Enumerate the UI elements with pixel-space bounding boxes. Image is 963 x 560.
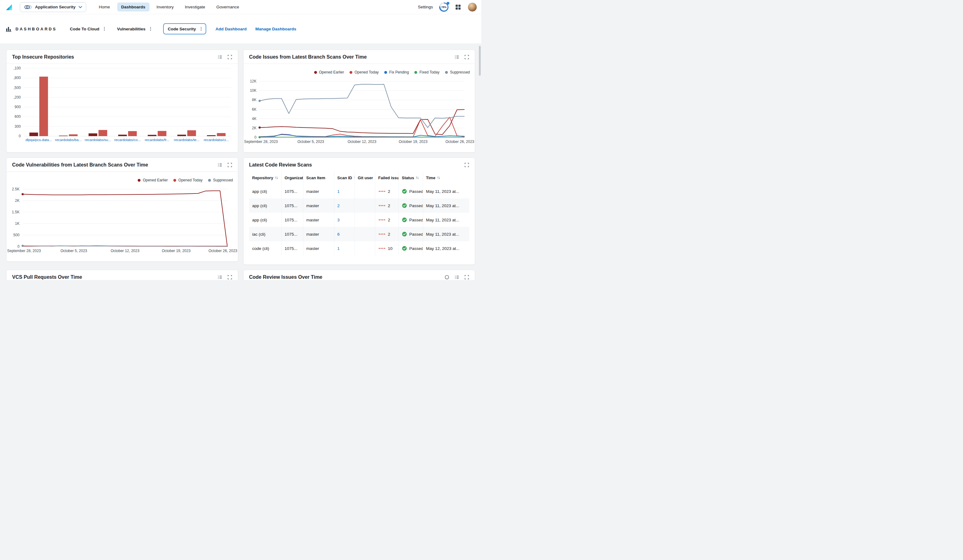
link-add-dashboard[interactable]: Add Dashboard bbox=[216, 27, 247, 31]
kebab-icon[interactable] bbox=[199, 26, 203, 31]
list-icon[interactable] bbox=[454, 55, 459, 60]
bar-recardolabs-te-b[interactable] bbox=[187, 130, 196, 136]
legend-item-opened-today[interactable]: Opened Today bbox=[350, 70, 379, 74]
bar-recardolabs-fr-b[interactable] bbox=[157, 131, 166, 136]
column-label: Git user bbox=[358, 175, 373, 180]
expand-icon[interactable] bbox=[227, 275, 232, 280]
repo-link-recardolabs-co[interactable]: recardolabs/co... bbox=[114, 138, 141, 142]
expand-icon[interactable] bbox=[464, 162, 469, 167]
x-axis-label: September 28, 2023 bbox=[7, 249, 41, 253]
kebab-icon[interactable] bbox=[149, 26, 152, 31]
cell-time: May 11, 2023 at... bbox=[423, 199, 469, 213]
bar-recardolabs-co-a[interactable] bbox=[118, 134, 127, 136]
bar-recardolabs-su-a[interactable] bbox=[89, 133, 97, 136]
legend-item-fixed-today[interactable]: Fixed Today bbox=[414, 70, 439, 74]
expand-icon[interactable] bbox=[464, 275, 469, 280]
expand-icon[interactable] bbox=[227, 162, 232, 167]
card-title: Code Review Issues Over Time bbox=[249, 274, 322, 280]
column-header-scan-item[interactable]: Scan Item bbox=[303, 172, 334, 184]
bar-recardolabs-su-b[interactable] bbox=[99, 130, 107, 136]
column-header-repository[interactable]: Repository bbox=[249, 172, 281, 184]
expand-icon[interactable] bbox=[227, 55, 232, 60]
cell-git-user bbox=[355, 184, 375, 199]
list-icon[interactable] bbox=[454, 275, 459, 280]
settings-link[interactable]: Settings bbox=[418, 5, 433, 9]
nav-item-inventory[interactable]: Inventory bbox=[152, 2, 178, 11]
repo-link-recardolabs-fr[interactable]: recardolabs/fr... bbox=[145, 138, 169, 142]
svg-text:0: 0 bbox=[17, 244, 19, 249]
column-header-organizat[interactable]: Organizat bbox=[281, 172, 303, 184]
bar-recardolabs-ci-a[interactable] bbox=[207, 135, 216, 136]
list-icon[interactable] bbox=[217, 275, 222, 280]
bar-recardolabs-ba-b[interactable] bbox=[69, 134, 78, 136]
cell-repository: code (cli) bbox=[249, 241, 281, 256]
scan-id-link[interactable]: 2 bbox=[337, 204, 340, 208]
legend-dot-icon bbox=[314, 71, 317, 74]
column-header-status[interactable]: Status bbox=[399, 172, 423, 184]
legend-item-opened-earlier[interactable]: Opened Earlier bbox=[138, 178, 168, 182]
cell-repository: app (cli) bbox=[249, 213, 281, 227]
bar-recardolabs-te-a[interactable] bbox=[177, 134, 186, 136]
sort-icon[interactable] bbox=[437, 176, 440, 180]
legend-item-opened-earlier[interactable]: Opened Earlier bbox=[314, 70, 344, 74]
nav-item-governance[interactable]: Governance bbox=[212, 2, 243, 11]
brand-logo-icon[interactable] bbox=[4, 2, 14, 12]
repo-link-recardolabs-te[interactable]: recardolabs/te... bbox=[174, 138, 199, 142]
kebab-icon[interactable] bbox=[102, 26, 106, 31]
scan-id-link[interactable]: 3 bbox=[337, 218, 340, 222]
x-axis-label: October 5, 2023 bbox=[60, 249, 87, 253]
column-header-scan-id[interactable]: Scan ID bbox=[334, 172, 355, 184]
user-avatar[interactable] bbox=[468, 2, 477, 12]
legend-item-opened-today[interactable]: Opened Today bbox=[173, 178, 203, 182]
repo-link-recardolabs-su[interactable]: recardolabs/su... bbox=[85, 138, 111, 142]
bar-recardolabs-fr-a[interactable] bbox=[148, 135, 156, 136]
scan-id-link[interactable]: 6 bbox=[337, 232, 340, 236]
apps-grid-icon[interactable] bbox=[455, 4, 462, 11]
app-selector-dropdown[interactable]: Application Security bbox=[20, 2, 86, 12]
link-manage-dashboards[interactable]: Manage Dashboards bbox=[255, 27, 296, 31]
sort-icon[interactable] bbox=[275, 176, 278, 180]
expand-icon[interactable] bbox=[464, 55, 469, 60]
tab-code-to-cloud[interactable]: Code To Cloud bbox=[70, 26, 106, 31]
tab-code-security[interactable]: Code Security bbox=[163, 23, 206, 34]
check-circle-icon bbox=[402, 189, 407, 194]
sort-icon[interactable] bbox=[416, 176, 419, 180]
cell-scan-id: 1 bbox=[334, 184, 355, 199]
cell-git-user bbox=[355, 227, 375, 241]
card-code-review-issues-over-time: Code Review Issues Over Time bbox=[243, 270, 475, 280]
bar-dlpqa-pcs-data-a[interactable] bbox=[29, 133, 38, 136]
legend-item-suppressed[interactable]: Suppressed bbox=[445, 70, 470, 74]
nav-item-dashboards[interactable]: Dashboards bbox=[117, 2, 149, 11]
nav-item-home[interactable]: Home bbox=[95, 2, 114, 11]
cell-time: May 11, 2023 at... bbox=[423, 227, 469, 241]
cell-status: Passed bbox=[399, 184, 423, 199]
nav-item-investigate[interactable]: Investigate bbox=[181, 2, 209, 11]
bar-dlpqa-pcs-data-b[interactable] bbox=[39, 76, 48, 136]
scan-id-link[interactable]: 1 bbox=[337, 189, 340, 194]
scrollbar-thumb[interactable] bbox=[479, 46, 481, 76]
card-actions bbox=[217, 162, 232, 167]
column-header-time[interactable]: Time bbox=[423, 172, 469, 184]
legend-item-suppressed[interactable]: Suppressed bbox=[208, 178, 233, 182]
legend-label: Fix Pending bbox=[389, 70, 409, 74]
progress-badge[interactable]: 78% bbox=[439, 2, 449, 12]
card-actions bbox=[217, 275, 232, 280]
scan-id-link[interactable]: 1 bbox=[337, 246, 340, 251]
repo-link-dlpqa-pcs-data[interactable]: dlpqa/pcs-data... bbox=[26, 138, 52, 142]
bar-recardolabs-ci-b[interactable] bbox=[217, 133, 225, 136]
repo-link-recardolabs-ci[interactable]: recardolabs/ci... bbox=[204, 138, 229, 142]
circle-icon[interactable] bbox=[444, 275, 449, 280]
list-icon[interactable] bbox=[217, 162, 222, 167]
repo-link-recardolabs-ba[interactable]: recardolabs/ba... bbox=[55, 138, 81, 142]
x-axis-label: October 5, 2023 bbox=[297, 139, 324, 144]
tab-vulnerabilities[interactable]: Vulnerabilities bbox=[117, 26, 152, 31]
bar-recardolabs-co-b[interactable] bbox=[128, 131, 137, 136]
table-row: app (cli)1075...master22PassedMay 11, 20… bbox=[249, 199, 469, 213]
column-header-git-user[interactable]: Git user bbox=[355, 172, 375, 184]
cell-scan-item: master bbox=[303, 227, 334, 241]
list-icon[interactable] bbox=[217, 55, 222, 60]
bar-recardolabs-ba-a[interactable] bbox=[59, 136, 68, 136]
column-header-failed-issu[interactable]: Failed issu bbox=[375, 172, 399, 184]
latest-scans-table: RepositoryOrganizatScan ItemScan IDGit u… bbox=[249, 172, 469, 256]
legend-item-fix-pending[interactable]: Fix Pending bbox=[384, 70, 409, 74]
